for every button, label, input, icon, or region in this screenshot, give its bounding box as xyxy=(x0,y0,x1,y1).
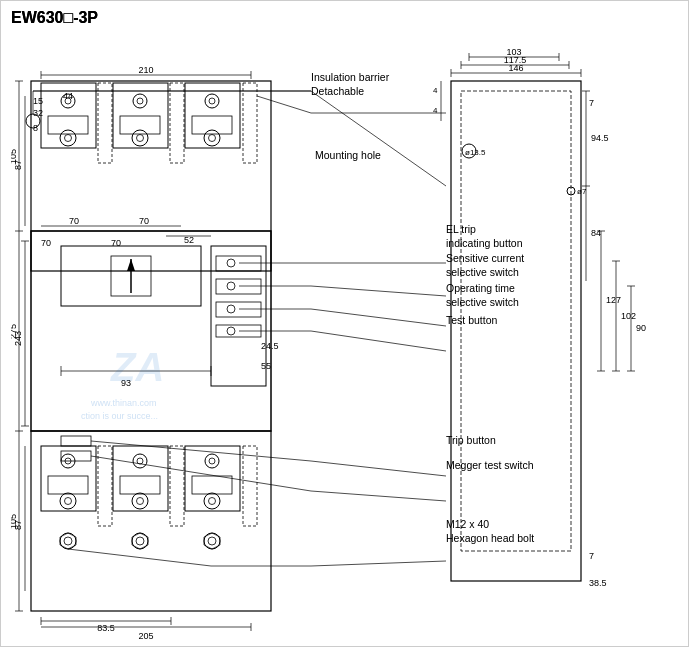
operating-time-label: Operating timeselective switch xyxy=(446,282,519,309)
page-container: EW630□-3P xyxy=(0,0,689,647)
svg-line-178 xyxy=(311,491,446,501)
svg-point-58 xyxy=(137,458,143,464)
svg-text:7: 7 xyxy=(589,551,594,561)
svg-marker-39 xyxy=(127,259,135,271)
svg-text:83.5: 83.5 xyxy=(97,623,115,633)
svg-text:7: 7 xyxy=(589,98,594,108)
svg-text:ction is our succe...: ction is our succe... xyxy=(81,411,158,421)
svg-rect-50 xyxy=(48,476,88,494)
svg-text:55: 55 xyxy=(261,361,271,371)
svg-text:210: 210 xyxy=(138,65,153,75)
svg-text:15: 15 xyxy=(33,96,43,106)
svg-text:4: 4 xyxy=(433,106,438,115)
svg-point-57 xyxy=(133,454,147,468)
svg-text:70: 70 xyxy=(69,216,79,226)
svg-point-67 xyxy=(209,458,215,464)
svg-point-70 xyxy=(209,498,216,505)
svg-point-12 xyxy=(132,130,148,146)
svg-point-72 xyxy=(208,537,216,545)
svg-line-170 xyxy=(311,286,446,296)
svg-point-18 xyxy=(204,130,220,146)
svg-text:ø13.5: ø13.5 xyxy=(465,148,486,157)
svg-rect-0 xyxy=(31,81,271,271)
mounting-hole-label: Mounting hole xyxy=(315,149,381,163)
svg-text:38.5: 38.5 xyxy=(589,578,607,588)
svg-point-51 xyxy=(60,493,76,509)
svg-rect-77 xyxy=(170,446,184,526)
svg-text:52: 52 xyxy=(184,235,194,245)
svg-text:www.thinan.com: www.thinan.com xyxy=(90,398,157,408)
svg-point-6 xyxy=(60,130,76,146)
svg-text:4: 4 xyxy=(433,86,438,95)
svg-point-9 xyxy=(133,94,147,108)
svg-text:94.5: 94.5 xyxy=(591,133,609,143)
svg-line-177 xyxy=(91,456,311,491)
svg-line-181 xyxy=(311,561,446,566)
svg-line-166 xyxy=(311,91,446,186)
svg-point-52 xyxy=(65,498,72,505)
insulation-barrier-label: Insulation barrierDetachable xyxy=(311,71,389,98)
svg-point-29 xyxy=(227,259,235,267)
svg-rect-22 xyxy=(243,83,257,163)
svg-text:205: 205 xyxy=(138,631,153,641)
svg-line-179 xyxy=(68,549,211,566)
svg-point-35 xyxy=(227,327,235,335)
svg-point-66 xyxy=(205,454,219,468)
svg-text:103: 103 xyxy=(506,47,521,57)
svg-point-31 xyxy=(227,282,235,290)
svg-line-172 xyxy=(311,309,446,326)
svg-text:127: 127 xyxy=(606,295,621,305)
test-button-label: Test button xyxy=(446,314,497,328)
svg-point-10 xyxy=(137,98,143,104)
svg-rect-59 xyxy=(120,476,160,494)
svg-text:32: 32 xyxy=(33,108,43,118)
megger-test-label: Megger test switch xyxy=(446,459,534,473)
svg-text:243: 243 xyxy=(13,331,23,346)
svg-text:ø7: ø7 xyxy=(577,187,587,196)
svg-rect-14 xyxy=(185,83,240,148)
svg-rect-68 xyxy=(192,476,232,494)
svg-text:84: 84 xyxy=(591,228,601,238)
svg-point-13 xyxy=(137,135,144,142)
svg-point-61 xyxy=(137,498,144,505)
svg-point-53 xyxy=(60,533,76,549)
svg-point-71 xyxy=(204,533,220,549)
svg-point-33 xyxy=(227,305,235,313)
svg-point-54 xyxy=(64,537,72,545)
svg-line-174 xyxy=(311,331,446,351)
svg-line-175 xyxy=(91,441,311,461)
svg-point-7 xyxy=(65,135,72,142)
drawing-title: EW630□-3P xyxy=(11,9,98,27)
svg-line-176 xyxy=(311,461,446,476)
technical-drawing: 93 52 xyxy=(11,31,681,641)
svg-text:70: 70 xyxy=(139,216,149,226)
trip-button-label: Trip button xyxy=(446,434,496,448)
svg-line-163 xyxy=(257,96,311,113)
svg-text:24.5: 24.5 xyxy=(261,341,279,351)
svg-rect-20 xyxy=(98,83,112,163)
svg-text:44: 44 xyxy=(63,91,73,101)
svg-rect-5 xyxy=(48,116,88,134)
svg-text:ZA: ZA xyxy=(110,345,164,389)
svg-text:70: 70 xyxy=(41,238,51,248)
svg-point-19 xyxy=(209,135,216,142)
svg-text:102: 102 xyxy=(621,311,636,321)
svg-point-62 xyxy=(132,533,148,549)
svg-point-69 xyxy=(204,493,220,509)
sensitive-current-label: Sensitive currentselective switch xyxy=(446,252,524,279)
svg-text:90: 90 xyxy=(636,323,646,333)
svg-rect-27 xyxy=(211,246,266,386)
svg-rect-74 xyxy=(61,436,91,446)
svg-text:70: 70 xyxy=(111,238,121,248)
svg-rect-17 xyxy=(192,116,232,134)
svg-rect-28 xyxy=(216,256,261,271)
svg-text:87: 87 xyxy=(13,520,23,530)
hexagon-bolt-label: M12 x 40Hexagon head bolt xyxy=(446,518,534,545)
svg-text:87: 87 xyxy=(13,160,23,170)
svg-rect-78 xyxy=(243,446,257,526)
svg-rect-32 xyxy=(216,302,261,317)
svg-rect-21 xyxy=(170,83,184,163)
svg-point-16 xyxy=(209,98,215,104)
svg-point-15 xyxy=(205,94,219,108)
svg-point-60 xyxy=(132,493,148,509)
